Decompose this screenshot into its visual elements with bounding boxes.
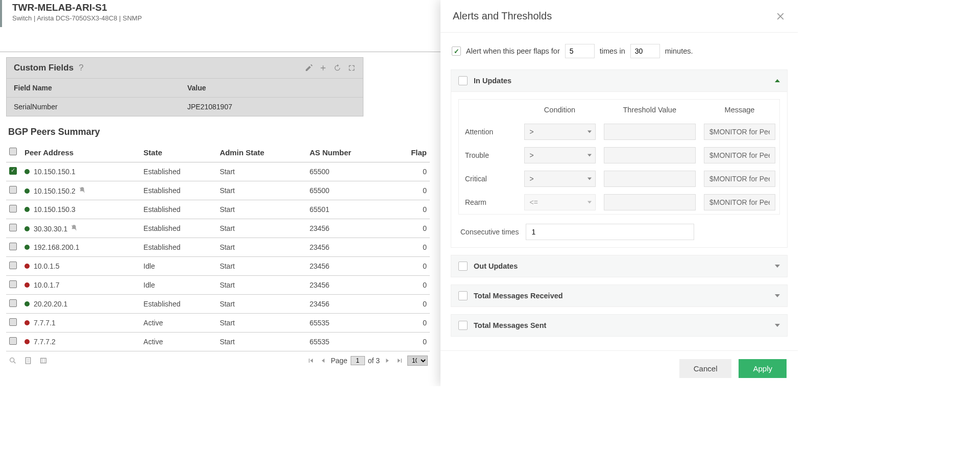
condition-select[interactable]: >: [524, 147, 596, 163]
threshold-row: Critical>: [459, 167, 780, 191]
col-flap[interactable]: Flap: [391, 143, 430, 162]
in-updates-checkbox[interactable]: [458, 76, 468, 85]
custom-field-value: JPE21081907: [187, 103, 232, 111]
threshold-row: Trouble>: [459, 144, 780, 167]
help-icon[interactable]: ?: [79, 63, 83, 73]
prev-page-icon[interactable]: [318, 357, 328, 365]
threshold-input[interactable]: [604, 171, 696, 187]
select-all-checkbox[interactable]: [9, 148, 17, 155]
message-input[interactable]: [704, 147, 775, 163]
threshold-row: Attention>: [459, 120, 780, 144]
col-state[interactable]: State: [140, 143, 216, 162]
col-peer[interactable]: Peer Address: [21, 143, 140, 162]
condition-select[interactable]: <=: [524, 194, 596, 210]
flap-pre: Alert when this peer flaps for: [466, 47, 560, 55]
status-dot: [24, 301, 30, 306]
page-of: of 3: [368, 357, 380, 365]
page-size-select[interactable]: 10: [407, 356, 428, 366]
refresh-icon[interactable]: [333, 64, 341, 72]
msgs-received-checkbox[interactable]: [458, 291, 468, 300]
custom-fields-title: Custom Fields: [14, 63, 74, 73]
page-label: Page: [331, 357, 348, 365]
flap-times-input[interactable]: [565, 44, 595, 58]
flap-post: minutes.: [665, 47, 693, 55]
status-dot: [24, 339, 30, 344]
table-row[interactable]: 10.150.150.2EstablishedStart655000: [6, 181, 430, 200]
message-input[interactable]: [704, 171, 775, 187]
row-checkbox[interactable]: [9, 243, 17, 250]
table-row[interactable]: 10.0.1.5IdleStart234560: [6, 257, 430, 276]
out-updates-checkbox[interactable]: [458, 262, 468, 271]
row-checkbox[interactable]: [9, 167, 17, 175]
calculator-icon[interactable]: [23, 357, 33, 365]
table-row[interactable]: 10.0.1.7IdleStart234560: [6, 276, 430, 295]
row-checkbox[interactable]: [9, 318, 17, 326]
svg-point-0: [10, 358, 14, 362]
status-dot: [24, 188, 30, 194]
table-row[interactable]: 10.150.150.3EstablishedStart655010: [6, 200, 430, 219]
chevron-down-icon: [775, 324, 780, 327]
section-out-updates-header[interactable]: Out Updates: [451, 255, 787, 277]
close-icon[interactable]: [775, 11, 786, 21]
apply-button[interactable]: Apply: [739, 359, 787, 378]
alerts-panel: Alerts and Thresholds Alert when this pe…: [440, 0, 798, 386]
col-admin[interactable]: Admin State: [216, 143, 306, 162]
add-icon[interactable]: [319, 64, 327, 72]
out-updates-label: Out Updates: [474, 262, 775, 270]
condition-select[interactable]: >: [524, 171, 596, 187]
flap-alert-checkbox[interactable]: [452, 46, 461, 56]
threshold-input[interactable]: [604, 147, 696, 163]
table-row[interactable]: 20.20.20.1EstablishedStart234560: [6, 295, 430, 314]
row-checkbox[interactable]: [9, 280, 17, 288]
bgp-title: BGP Peers Summary: [6, 122, 430, 143]
status-dot: [24, 226, 30, 231]
section-out-updates: Out Updates: [451, 255, 788, 277]
threshold-input[interactable]: [604, 124, 696, 140]
message-input[interactable]: [704, 194, 775, 210]
msgs-sent-checkbox[interactable]: [458, 321, 468, 330]
row-checkbox[interactable]: [9, 337, 17, 345]
level-label: Trouble: [459, 144, 520, 167]
status-dot: [24, 169, 30, 174]
level-label: Attention: [459, 120, 520, 144]
thresholds-table: Condition Threshold Value Message Attent…: [458, 99, 780, 215]
condition-select[interactable]: >: [524, 124, 596, 140]
page-input[interactable]: [351, 356, 365, 365]
in-updates-label: In Updates: [474, 77, 775, 85]
msgs-sent-label: Total Messages Sent: [474, 321, 775, 329]
row-checkbox[interactable]: [9, 205, 17, 212]
col-message: Message: [700, 100, 780, 121]
export-icon[interactable]: [39, 357, 48, 365]
expand-icon[interactable]: [348, 64, 356, 72]
row-checkbox[interactable]: [9, 262, 17, 269]
threshold-row: Rearm<=: [459, 191, 780, 215]
section-in-updates-header[interactable]: In Updates: [451, 70, 787, 91]
section-in-updates: In Updates Condition Threshold Value Mes…: [451, 69, 788, 248]
last-page-icon[interactable]: [395, 357, 404, 365]
consecutive-input[interactable]: [526, 224, 694, 240]
section-msgs-sent-header[interactable]: Total Messages Sent: [451, 315, 787, 336]
next-page-icon[interactable]: [383, 357, 392, 365]
message-input[interactable]: [704, 124, 775, 140]
table-row[interactable]: 7.7.7.1ActiveStart655350: [6, 314, 430, 333]
edit-icon[interactable]: [305, 64, 313, 72]
table-row[interactable]: 10.150.150.1EstablishedStart655000: [6, 162, 430, 181]
cancel-button[interactable]: Cancel: [679, 359, 732, 378]
col-field-name: Field Name: [14, 84, 187, 92]
table-row[interactable]: 30.30.30.1EstablishedStart234560: [6, 219, 430, 238]
first-page-icon[interactable]: [306, 357, 315, 365]
custom-field-name: SerialNumber: [14, 103, 187, 111]
row-checkbox[interactable]: [9, 299, 17, 307]
threshold-input[interactable]: [604, 194, 696, 210]
col-value: Value: [187, 84, 206, 92]
row-checkbox[interactable]: [9, 186, 17, 194]
col-as[interactable]: AS Number: [306, 143, 391, 162]
section-msgs-received-header[interactable]: Total Messages Received: [451, 285, 787, 306]
search-icon[interactable]: [8, 357, 17, 365]
flap-minutes-input[interactable]: [630, 44, 660, 58]
table-row[interactable]: 7.7.7.2ActiveStart655350: [6, 333, 430, 351]
custom-fields-card: Custom Fields ? Field Name Value SerialN…: [6, 57, 363, 116]
table-row[interactable]: 192.168.200.1EstablishedStart234560: [6, 238, 430, 257]
section-msgs-received: Total Messages Received: [451, 285, 788, 307]
row-checkbox[interactable]: [9, 224, 17, 231]
